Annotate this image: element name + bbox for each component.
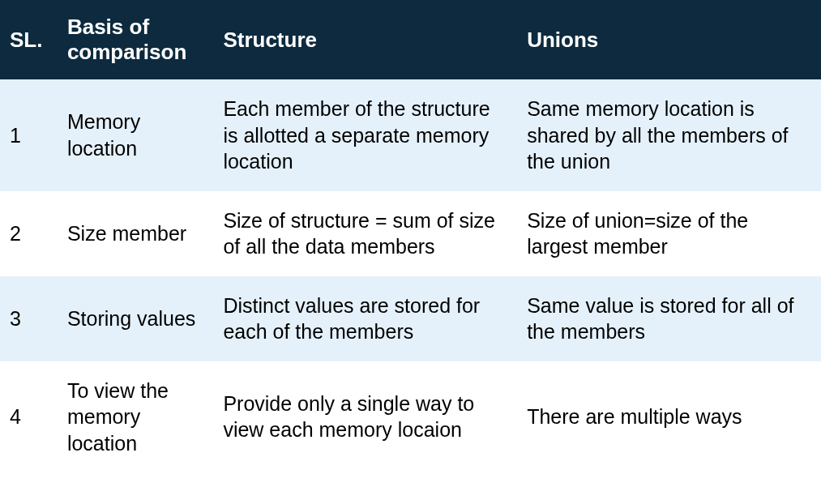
- cell-basis: Size member: [58, 191, 213, 276]
- header-structure: Structure: [213, 0, 517, 79]
- cell-unions: Same value is stored for all of the memb…: [517, 276, 821, 361]
- cell-unions: There are multiple ways: [517, 361, 821, 473]
- cell-basis: Storing values: [58, 276, 213, 361]
- cell-sl: 2: [0, 191, 58, 276]
- cell-structure: Provide only a single way to view each m…: [213, 361, 517, 473]
- cell-sl: 3: [0, 276, 58, 361]
- header-unions: Unions: [517, 0, 821, 79]
- table-row: 4 To view the memory location Provide on…: [0, 361, 821, 473]
- table-row: 3 Storing values Distinct values are sto…: [0, 276, 821, 361]
- cell-sl: 1: [0, 79, 58, 191]
- cell-sl: 4: [0, 361, 58, 473]
- cell-basis: To view the memory location: [58, 361, 213, 473]
- header-basis: Basis of comparison: [58, 0, 213, 79]
- table-row: 2 Size member Size of structure = sum of…: [0, 191, 821, 276]
- cell-structure: Size of structure = sum of size of all t…: [213, 191, 517, 276]
- cell-structure: Distinct values are stored for each of t…: [213, 276, 517, 361]
- cell-unions: Same memory location is shared by all th…: [517, 79, 821, 191]
- table-row: 1 Memory location Each member of the str…: [0, 79, 821, 191]
- cell-structure: Each member of the structure is allotted…: [213, 79, 517, 191]
- comparison-table: SL. Basis of comparison Structure Unions…: [0, 0, 821, 472]
- cell-unions: Size of union=size of the largest member: [517, 191, 821, 276]
- table-header-row: SL. Basis of comparison Structure Unions: [0, 0, 821, 79]
- header-sl: SL.: [0, 0, 58, 79]
- cell-basis: Memory location: [58, 79, 213, 191]
